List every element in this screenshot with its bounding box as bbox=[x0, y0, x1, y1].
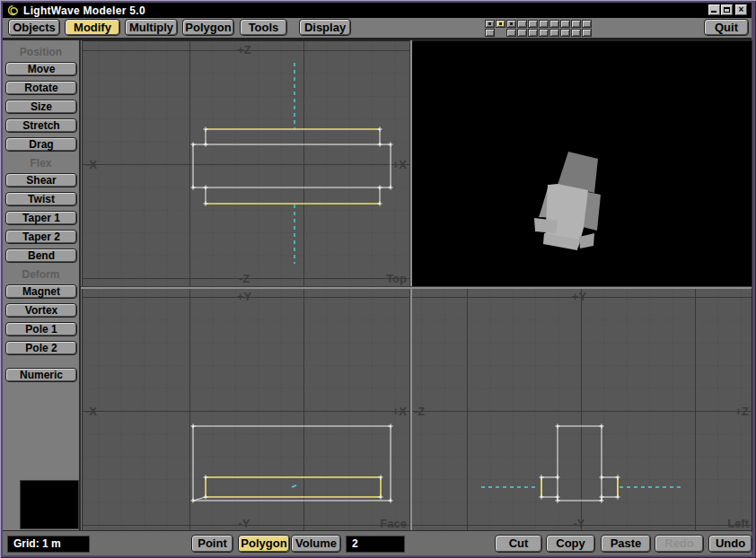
tool-taper2[interactable]: Taper 2 bbox=[5, 230, 77, 244]
bank-button[interactable] bbox=[506, 20, 516, 28]
maximize-icon bbox=[724, 7, 730, 13]
bank-button-active[interactable] bbox=[496, 20, 505, 28]
undo-button[interactable]: Undo bbox=[708, 535, 752, 553]
shaded-preview-object bbox=[534, 152, 601, 250]
viewport-name-label: Face bbox=[380, 517, 407, 530]
tool-bend[interactable]: Bend bbox=[5, 248, 77, 263]
main-area: Position Move Rotate Size Stretch Drag F… bbox=[3, 39, 752, 530]
tool-vortex[interactable]: Vortex bbox=[5, 303, 77, 318]
selection-count-field[interactable]: 2 bbox=[346, 536, 405, 553]
numeric-button[interactable]: Numeric bbox=[5, 368, 77, 382]
viewport-left[interactable]: +Y -Z +Z -Y Left bbox=[412, 289, 752, 531]
axis-label-left: -Z bbox=[414, 405, 425, 418]
bank-button[interactable] bbox=[506, 29, 516, 37]
axis-label-bottom: -Y bbox=[574, 517, 585, 530]
viewport-preview[interactable] bbox=[412, 41, 752, 286]
bank-selector bbox=[485, 20, 593, 38]
titlebar[interactable]: LightWave Modeler 5.0 × bbox=[3, 3, 752, 18]
menu-display[interactable]: Display bbox=[299, 19, 351, 36]
maximize-button[interactable] bbox=[721, 4, 733, 15]
bank-button[interactable] bbox=[571, 29, 581, 37]
axis-label-left: -X bbox=[85, 405, 97, 418]
viewport-face[interactable]: +Y -X +X -Y Face bbox=[83, 289, 409, 531]
quit-button[interactable]: Quit bbox=[704, 19, 749, 36]
axis-label-top: +Y bbox=[572, 290, 587, 303]
tool-taper1[interactable]: Taper 1 bbox=[5, 211, 77, 225]
bank-button[interactable] bbox=[549, 20, 559, 28]
mode-volume[interactable]: Volume bbox=[291, 535, 341, 553]
menu-modify[interactable]: Modify bbox=[65, 19, 120, 36]
grid-minor bbox=[83, 289, 409, 531]
bank-button[interactable] bbox=[549, 29, 559, 37]
window-title: LightWave Modeler 5.0 bbox=[23, 4, 145, 17]
bank-button[interactable] bbox=[582, 20, 592, 28]
tool-magnet[interactable]: Magnet bbox=[5, 284, 77, 299]
close-button[interactable]: × bbox=[735, 4, 747, 15]
paste-button[interactable]: Paste bbox=[601, 535, 651, 553]
section-header-flex: Flex bbox=[3, 157, 79, 169]
redo-button[interactable]: Redo bbox=[655, 535, 704, 553]
main-toolbar: Objects Modify Multiply Polygon Tools Di… bbox=[3, 18, 752, 39]
minimize-icon bbox=[711, 11, 716, 13]
tool-pole1[interactable]: Pole 1 bbox=[5, 322, 77, 336]
tool-shear[interactable]: Shear bbox=[5, 173, 77, 187]
viewport-separator-horizontal bbox=[81, 286, 752, 289]
mode-polygon[interactable]: Polygon bbox=[238, 535, 290, 553]
bank-button[interactable] bbox=[528, 29, 538, 37]
axis-label-right: +X bbox=[392, 405, 408, 418]
viewport-name-label: Top bbox=[386, 272, 407, 285]
bank-button[interactable] bbox=[485, 20, 495, 28]
minimize-button[interactable] bbox=[708, 4, 720, 15]
viewport-top[interactable]: +Z -X +X -Z Top bbox=[83, 41, 409, 286]
section-header-position: Position bbox=[3, 46, 79, 57]
grid-minor bbox=[83, 41, 409, 286]
bank-button[interactable] bbox=[560, 29, 570, 37]
axis-label-right: +X bbox=[392, 158, 408, 171]
tool-move[interactable]: Move bbox=[5, 62, 77, 76]
grid-size-display: Grid: 1 m bbox=[7, 536, 90, 553]
copy-button[interactable]: Copy bbox=[546, 535, 595, 553]
color-swatch bbox=[20, 480, 79, 529]
tool-stretch[interactable]: Stretch bbox=[5, 118, 77, 133]
bank-button[interactable] bbox=[571, 20, 581, 28]
tool-rotate[interactable]: Rotate bbox=[5, 81, 77, 95]
cut-button[interactable]: Cut bbox=[495, 535, 542, 553]
bank-button[interactable] bbox=[560, 20, 570, 28]
statusbar: Grid: 1 m Point Polygon Volume 2 Cut Cop… bbox=[3, 530, 752, 555]
tool-pole2[interactable]: Pole 2 bbox=[5, 341, 77, 355]
bank-button[interactable] bbox=[539, 29, 549, 37]
bank-button[interactable] bbox=[582, 29, 592, 37]
axis-label-right: +Z bbox=[734, 405, 749, 418]
axis-label-top: +Z bbox=[237, 43, 251, 57]
section-header-deform: Deform bbox=[3, 268, 79, 280]
bank-button[interactable] bbox=[485, 29, 495, 37]
menu-objects[interactable]: Objects bbox=[8, 19, 60, 36]
axis-label-bottom: -Z bbox=[239, 272, 250, 285]
close-icon: × bbox=[736, 4, 746, 15]
menu-multiply[interactable]: Multiply bbox=[125, 19, 178, 36]
menu-tools[interactable]: Tools bbox=[240, 19, 287, 36]
tool-size[interactable]: Size bbox=[5, 100, 77, 114]
axis-label-left: -X bbox=[85, 158, 97, 171]
bank-button[interactable] bbox=[517, 20, 527, 28]
tool-drag[interactable]: Drag bbox=[5, 137, 77, 152]
viewport-name-label: Left bbox=[727, 517, 750, 530]
menu-polygon[interactable]: Polygon bbox=[182, 19, 234, 36]
axis-label-top: +Y bbox=[237, 290, 252, 303]
tool-sidebar: Position Move Rotate Size Stretch Drag F… bbox=[3, 40, 81, 531]
bank-button[interactable] bbox=[528, 20, 538, 28]
application-window: LightWave Modeler 5.0 × Objects Modify M… bbox=[0, 0, 756, 558]
axis-label-bottom: -Y bbox=[239, 517, 251, 530]
tool-twist[interactable]: Twist bbox=[5, 192, 77, 206]
bank-button[interactable] bbox=[539, 20, 549, 28]
lightwave-logo-icon bbox=[7, 4, 19, 16]
mode-point[interactable]: Point bbox=[191, 535, 233, 553]
bank-button[interactable] bbox=[517, 29, 527, 37]
